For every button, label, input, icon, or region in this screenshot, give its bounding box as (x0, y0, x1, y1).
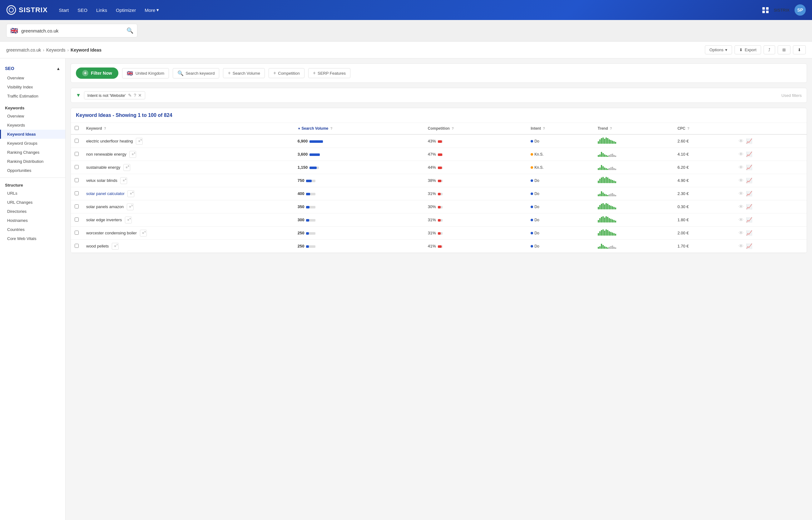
sidebar-item-ranking-changes[interactable]: Ranking Changes (0, 148, 65, 157)
column-competition-help[interactable]: ? (452, 127, 454, 130)
sidebar-item-core-web-vitals[interactable]: Core Web Vitals (0, 234, 65, 243)
column-trend-help[interactable]: ? (610, 127, 612, 130)
filter-edit-button[interactable]: ✎ (128, 93, 132, 98)
chart-action-button[interactable]: 📈 (745, 151, 754, 158)
view-action-button[interactable]: 👁 (737, 216, 745, 224)
sidebar-item-countries[interactable]: Countries (0, 225, 65, 234)
select-all-checkbox[interactable] (75, 126, 79, 130)
serp-features-filter[interactable]: + SERP Features (308, 68, 351, 78)
competition-bar-bg (441, 206, 443, 208)
column-intent-help[interactable]: ? (543, 127, 545, 130)
options-button[interactable]: Options ▾ (705, 45, 732, 54)
row-checkbox-5[interactable] (75, 204, 79, 208)
nav-start[interactable]: Start (55, 6, 73, 15)
trend-bar-item (615, 195, 616, 196)
more-actions-button[interactable]: ⬇ (793, 45, 806, 54)
chart-action-button[interactable]: 📈 (745, 177, 754, 184)
serp-icon[interactable]: ≡3 (127, 203, 134, 210)
country-filter[interactable]: 🇬🇧 United Kingdom (122, 68, 169, 78)
sidebar-item-url-changes[interactable]: URL Changes (0, 198, 65, 207)
column-search-volume[interactable]: ▼ Search Volume ? (294, 123, 424, 134)
row-checkbox-4[interactable] (75, 191, 79, 195)
view-action-button[interactable]: 👁 (737, 243, 745, 250)
row-checkbox-8[interactable] (75, 244, 79, 248)
serp-icon[interactable]: ≡4 (128, 190, 134, 197)
chart-action-button[interactable]: 📈 (745, 242, 754, 250)
view-toggle-button[interactable]: ⊞ (778, 45, 790, 54)
serp-icon[interactable]: ≡4 (140, 230, 147, 237)
sidebar-seo-header[interactable]: SEO ▲ (0, 63, 65, 73)
search-bar[interactable]: 🇬🇧 🔍 (6, 24, 137, 37)
view-action-button[interactable]: 👁 (737, 164, 745, 171)
row-checkbox-7[interactable] (75, 231, 79, 235)
sidebar-item-urls[interactable]: URLs (0, 189, 65, 198)
view-action-button[interactable]: 👁 (737, 203, 745, 210)
column-cpc[interactable]: CPC ? (674, 123, 734, 134)
sidebar-item-keyword-ideas[interactable]: Keyword Ideas (0, 130, 65, 139)
sidebar-item-keywords[interactable]: Keywords (0, 121, 65, 130)
search-volume-filter[interactable]: + Search Volume (223, 68, 265, 78)
sidebar-item-hostnames[interactable]: Hostnames (0, 216, 65, 225)
serp-icon[interactable]: ≡4 (120, 177, 127, 184)
filter-remove-button[interactable]: ✕ (138, 93, 142, 98)
row-checkbox-2[interactable] (75, 165, 79, 169)
breadcrumb-home[interactable]: greenmatch.co.uk (6, 48, 41, 52)
nav-seo[interactable]: SEO (74, 6, 91, 15)
breadcrumb-keywords[interactable]: Keywords (46, 48, 65, 52)
chart-action-button[interactable]: 📈 (745, 190, 754, 197)
serp-icon[interactable]: ≡4 (129, 151, 136, 158)
view-action-button[interactable]: 👁 (737, 190, 745, 197)
column-competition[interactable]: Competition ? (424, 123, 527, 134)
grid-icon[interactable] (762, 7, 768, 13)
avatar[interactable]: SP (794, 4, 806, 16)
view-action-button[interactable]: 👁 (737, 138, 745, 145)
search-keyword-filter[interactable]: 🔍 Search keyword (173, 68, 219, 78)
nav-links[interactable]: Links (92, 6, 111, 15)
nav-more[interactable]: More ▾ (141, 5, 163, 15)
logo[interactable]: SISTRIX (6, 5, 48, 15)
view-action-button[interactable]: 👁 (737, 177, 745, 184)
serp-icon[interactable]: ≡4 (125, 216, 132, 224)
column-volume-help[interactable]: ? (330, 127, 333, 130)
view-action-button[interactable]: 👁 (737, 151, 745, 158)
sidebar-item-seo-overview[interactable]: Overview (0, 73, 65, 82)
row-checkbox-0[interactable] (75, 139, 79, 143)
share-button[interactable]: ⤴ (764, 45, 775, 54)
serp-icon[interactable]: ≡7 (112, 243, 119, 250)
column-trend[interactable]: Trend ? (594, 123, 674, 134)
row-checkbox-6[interactable] (75, 217, 79, 222)
chart-action-button[interactable]: 📈 (745, 164, 754, 171)
column-keyword-help[interactable]: ? (104, 127, 106, 130)
view-action-button[interactable]: 👁 (737, 230, 745, 237)
chart-action-button[interactable]: 📈 (745, 216, 754, 224)
sidebar-item-opportunities[interactable]: Opportunities (0, 166, 65, 175)
trend-bar-item (613, 155, 615, 157)
filter-now-button[interactable]: + Filter Now (76, 68, 118, 79)
search-input[interactable] (21, 28, 123, 33)
export-button[interactable]: ⬇ Export (734, 45, 761, 54)
row-checkbox-1[interactable] (75, 152, 79, 156)
sidebar-item-keywords-overview[interactable]: Overview (0, 111, 65, 121)
chart-action-button[interactable]: 📈 (745, 229, 754, 237)
nav-optimizer[interactable]: Optimizer (112, 6, 140, 15)
sidebar-item-traffic-estimation[interactable]: Traffic Estimation (0, 92, 65, 101)
sidebar-item-visibility-index[interactable]: Visibility Index (0, 82, 65, 92)
sidebar-item-directories[interactable]: Directories (0, 207, 65, 216)
competition-filter[interactable]: + Competition (269, 68, 305, 78)
competition-value: 30% (428, 204, 436, 209)
chart-action-button[interactable]: 📈 (745, 203, 754, 210)
filter-help-button[interactable]: ? (134, 93, 136, 98)
trend-bar-item (603, 177, 604, 183)
competition-bar-bg (441, 219, 443, 222)
search-button[interactable]: 🔍 (127, 27, 133, 34)
keyword-text: wood pellets (86, 243, 109, 248)
sidebar-item-ranking-distribution[interactable]: Ranking Distribution (0, 157, 65, 166)
chart-action-button[interactable]: 📈 (745, 137, 754, 145)
column-intent[interactable]: Intent ? (527, 123, 594, 134)
serp-icon[interactable]: ≡6 (123, 164, 130, 171)
column-cpc-help[interactable]: ? (688, 127, 690, 130)
row-checkbox-3[interactable] (75, 178, 79, 182)
keyword-link[interactable]: solar panel calculator (86, 191, 124, 196)
sidebar-item-keyword-groups[interactable]: Keyword Groups (0, 139, 65, 148)
serp-icon[interactable]: ≡5 (136, 138, 143, 145)
